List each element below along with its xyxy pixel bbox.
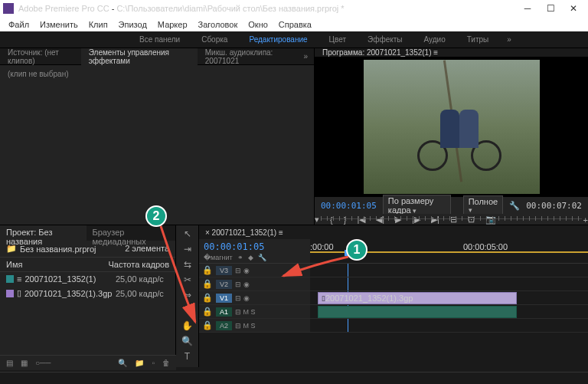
lock-icon[interactable]: 🔒 <box>202 265 213 275</box>
track-label[interactable]: A1 <box>216 307 232 317</box>
workspace-tabs: Все панели Сборка Редактирование Цвет Эф… <box>0 31 588 48</box>
icon-view-icon[interactable]: ▦ <box>21 359 28 367</box>
trash-icon[interactable]: 🗑 <box>162 359 170 367</box>
ws-more-icon[interactable]: » <box>499 35 519 44</box>
project-item[interactable]: ≡ 20071021_1352(1) 25,00 кадр/с <box>0 272 175 286</box>
zoom-tool-icon[interactable]: 🔍 <box>181 336 193 346</box>
ws-tab-assembly[interactable]: Сборка <box>191 35 238 44</box>
zoom-dropdown[interactable]: По размеру кадра ▾ <box>383 195 451 216</box>
menubar: Файл Изменить Клип Эпизод Маркер Заголов… <box>0 17 588 31</box>
type-tool-icon[interactable]: T <box>185 351 190 362</box>
item-color-swatch <box>6 275 14 283</box>
item-color-swatch <box>6 290 14 297</box>
ws-tab-effects[interactable]: Эффекты <box>357 35 413 44</box>
lock-icon[interactable]: 🔒 <box>202 279 213 289</box>
arrow-2 <box>157 222 203 330</box>
find-icon[interactable]: 🔍 <box>118 359 127 367</box>
menu-sequence[interactable]: Эпизод <box>113 20 152 29</box>
project-panel: Проект: Без названия Браузер медиаданных… <box>0 225 176 367</box>
panel-more-icon[interactable]: » <box>297 52 314 61</box>
list-view-icon[interactable]: ▤ <box>6 359 13 367</box>
track-v1: 🔒V1⊟ ◉ ▯ 20071021_1352(1).3gp <box>199 291 588 305</box>
quality-dropdown[interactable]: Полное ▾ <box>463 195 504 215</box>
program-scrubber[interactable] <box>321 214 582 215</box>
project-tab[interactable]: Проект: Без названия <box>0 225 87 241</box>
ws-tab-editing[interactable]: Редактирование <box>238 35 318 44</box>
lock-icon[interactable]: 🔒 <box>202 307 213 317</box>
statusbar <box>0 372 588 384</box>
no-clip-text: (клип не выбран) <box>0 65 314 83</box>
zoom-slider[interactable]: ○── <box>35 359 51 367</box>
titlebar: Adobe Premiere Pro CC - C:\Пользователи\… <box>0 0 588 17</box>
project-headers: Имя Частота кадров <box>0 258 175 272</box>
video-clip[interactable]: ▯ 20071021_1352(1).3gp <box>318 292 517 304</box>
program-title: Программа: 20071021_1352(1) ≡ <box>315 48 588 57</box>
source-panel: Источник: (нет клипов) Элементы управлен… <box>0 48 314 225</box>
close-button[interactable]: ✕ <box>562 1 585 16</box>
add-marker-icon[interactable]: ▾ <box>315 215 319 225</box>
lock-icon[interactable]: 🔒 <box>202 293 213 303</box>
program-monitor: Программа: 20071021_1352(1) ≡ 00:00:01:0… <box>314 48 588 225</box>
link-icon[interactable]: ⚭ <box>237 254 243 261</box>
ws-tab-color[interactable]: Цвет <box>318 35 357 44</box>
project-footer: ▤ ▦ ○── 🔍 📁 ▫ 🗑 <box>0 355 176 370</box>
track-label[interactable]: V3 <box>216 266 232 275</box>
video-preview[interactable] <box>315 57 588 197</box>
track-v3: 🔒V3⊟ ◉ <box>199 264 588 277</box>
audio-clip[interactable] <box>318 306 517 318</box>
app-icon <box>3 3 14 14</box>
marker-icon[interactable]: ◆ <box>248 254 253 261</box>
window-title: Adobe Premiere Pro CC - C:\Пользователи\… <box>18 4 516 13</box>
settings-icon[interactable]: 🔧 <box>258 254 266 261</box>
track-v2: 🔒V2⊟ ◉ <box>199 277 588 291</box>
maximize-button[interactable]: ☐ <box>539 1 562 16</box>
settings-icon[interactable]: 🔧 <box>509 201 520 211</box>
menu-clip[interactable]: Клип <box>83 20 113 29</box>
annotation-1: 1 <box>346 239 368 261</box>
ws-tab-all[interactable]: Все панели <box>129 35 191 44</box>
ws-tab-titles[interactable]: Титры <box>456 35 500 44</box>
track-body[interactable] <box>310 305 588 318</box>
arrow-1 <box>276 253 352 284</box>
menu-help[interactable]: Справка <box>273 20 317 29</box>
ws-tab-audio[interactable]: Аудио <box>413 35 456 44</box>
program-tc-left[interactable]: 00:00:01:05 <box>321 201 377 211</box>
annotation-2: 2 <box>145 205 167 227</box>
menu-marker[interactable]: Маркер <box>152 20 193 29</box>
track-label[interactable]: V1 <box>216 294 232 303</box>
new-item-icon[interactable]: ▫ <box>152 359 155 367</box>
track-label[interactable]: A2 <box>216 321 232 330</box>
timeline-panel: × 20071021_1352(1) ≡ 00:00:01:05 �магнит… <box>199 225 588 367</box>
menu-edit[interactable]: Изменить <box>34 20 83 29</box>
timeline-title[interactable]: × 20071021_1352(1) ≡ <box>199 225 588 239</box>
new-bin-icon[interactable]: 📁 <box>135 359 144 367</box>
timeline-timecode[interactable]: 00:00:01:05 <box>204 241 305 252</box>
menu-title[interactable]: Заголовок <box>193 20 243 29</box>
project-file: 📁 Без названия.prproj <box>6 244 96 254</box>
minimize-button[interactable]: ─ <box>516 1 539 16</box>
col-name[interactable]: Имя <box>6 260 109 269</box>
snap-icon[interactable]: �магнит <box>204 254 233 261</box>
track-label[interactable]: V2 <box>216 280 232 289</box>
btn-plus-icon[interactable]: + <box>583 215 588 225</box>
lock-icon[interactable]: 🔒 <box>202 320 213 330</box>
track-a1: 🔒A1⊟ M S <box>199 305 588 319</box>
audio-mixer-tab[interactable]: Микш. аудиоклипа: 20071021 <box>198 48 298 65</box>
program-tc-right: 00:00:07:02 <box>526 201 582 211</box>
source-tab[interactable]: Источник: (нет клипов) <box>0 48 81 65</box>
track-body[interactable]: ▯ 20071021_1352(1).3gp <box>310 291 588 304</box>
sequence-icon: ≡ <box>17 274 21 284</box>
video-icon: ▯ <box>17 288 21 298</box>
project-item[interactable]: ▯ 20071021_1352(1).3gp 25,00 кадр/с <box>0 286 175 300</box>
menu-file[interactable]: Файл <box>3 20 34 29</box>
track-a2: 🔒A2⊟ M S <box>199 319 588 333</box>
menu-window[interactable]: Окно <box>243 20 273 29</box>
effect-controls-tab[interactable]: Элементы управления эффектами <box>81 48 198 65</box>
